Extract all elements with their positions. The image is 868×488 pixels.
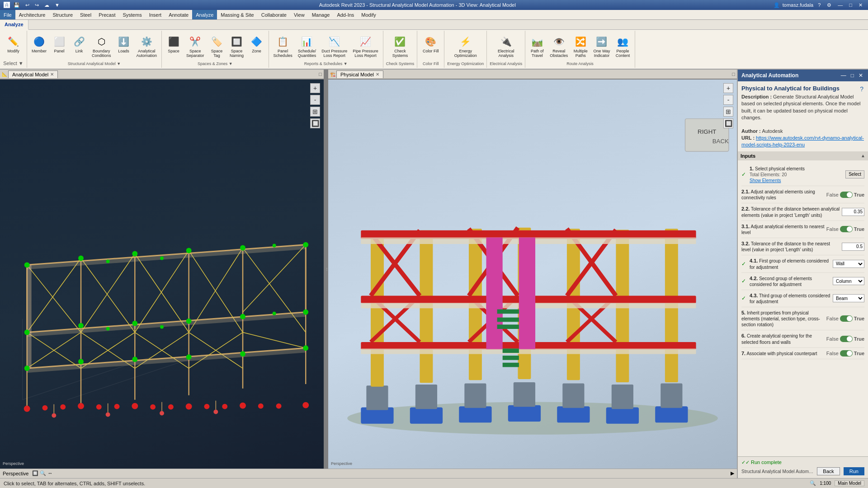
tab-physical-model[interactable]: Physical Model ✕ xyxy=(336,70,383,78)
btn-link[interactable]: 🔗 Link xyxy=(70,33,88,54)
input-tolerance-3-2[interactable] xyxy=(842,243,864,251)
right-3d[interactable]: 🔲 xyxy=(723,118,733,128)
vp-arrow-expand[interactable]: ▶ xyxy=(731,470,734,476)
btn-member[interactable]: 🔵 Member xyxy=(30,33,48,54)
qat-undo[interactable]: ↩ xyxy=(24,2,31,8)
qat-more[interactable]: ▼ xyxy=(53,2,61,8)
menu-modify[interactable]: Modify xyxy=(358,10,379,19)
vp-tool-1[interactable]: 🔲 xyxy=(32,470,38,476)
tab-analyze[interactable]: Analyze xyxy=(0,20,28,30)
btn-people[interactable]: 👥 PeopleContent xyxy=(614,33,632,59)
menu-addins[interactable]: Add-Ins xyxy=(333,10,358,19)
btn-check-systems[interactable]: ✅ CheckSystems xyxy=(391,33,410,59)
menu-view[interactable]: View xyxy=(290,10,308,19)
btn-space[interactable]: ⬛ Space xyxy=(165,33,183,54)
toggle-2-1[interactable]: False True xyxy=(826,192,864,198)
url-link[interactable]: https://www.autodesk.com/rvt-dynamo-anal… xyxy=(741,135,864,147)
left-zoom-fit[interactable]: ⊞ xyxy=(310,107,320,117)
panel-minimize-btn[interactable]: — xyxy=(840,72,848,79)
btn-modify[interactable]: ✏️ Modify xyxy=(5,33,23,54)
select-group-4-2[interactable]: Column Wall Beam xyxy=(833,277,864,285)
toggle-track-2-1[interactable] xyxy=(840,192,853,198)
right-zoom-out[interactable]: - xyxy=(723,95,733,105)
analytical-model-viewport[interactable] xyxy=(0,80,324,469)
toggle-6[interactable]: False True xyxy=(826,336,864,342)
physical-model-viewport[interactable]: RIGHT BACK xyxy=(328,80,737,469)
toggle-track-7[interactable] xyxy=(840,350,853,357)
select-dropdown-btn[interactable]: Select ▼ xyxy=(3,61,24,66)
inputs-section-header[interactable]: Inputs ▲ xyxy=(738,151,868,160)
inputs-collapse-icon[interactable]: ▲ xyxy=(861,153,865,158)
btn-space-naming[interactable]: 🔲 SpaceNaming xyxy=(228,33,246,59)
btn-reveal-obstacles[interactable]: 👁️ RevealObstacles xyxy=(548,33,570,59)
btn-space-tag[interactable]: 🏷️ SpaceTag xyxy=(208,33,226,59)
show-elements-btn[interactable]: Show Elements xyxy=(750,178,781,183)
menu-collaborate[interactable]: Collaborate xyxy=(258,10,290,19)
menu-manage[interactable]: Manage xyxy=(308,10,334,19)
group-label-reports[interactable]: Reports & Schedules ▼ xyxy=(304,61,348,67)
btn-multiple-paths[interactable]: 🔀 MultiplePaths xyxy=(571,33,590,59)
qat-sync[interactable]: ☁ xyxy=(42,2,51,8)
input-tolerance-2-2[interactable] xyxy=(842,208,864,216)
panel-close-btn[interactable]: ✕ xyxy=(857,72,864,79)
close-btn[interactable]: ✕ xyxy=(857,2,864,8)
btn-panel-schedules[interactable]: 📋 PanelSchedules xyxy=(272,33,294,59)
menu-annotate[interactable]: Annotate xyxy=(165,10,192,19)
toggle-3-1[interactable]: False True xyxy=(826,226,864,232)
menu-structure[interactable]: Structure xyxy=(49,10,76,19)
menu-massing[interactable]: Massing & Site xyxy=(217,10,257,19)
right-zoom-fit[interactable]: ⊞ xyxy=(723,107,733,117)
toggle-5[interactable]: False True xyxy=(826,315,864,322)
analytical-model-tab-close[interactable]: ✕ xyxy=(50,72,54,77)
toggle-track-3-1[interactable] xyxy=(840,226,853,232)
left-3d[interactable]: 🔲 xyxy=(310,118,320,128)
menu-analyze[interactable]: Analyze xyxy=(192,10,217,19)
help-icon[interactable]: ? xyxy=(860,85,863,93)
physical-model-tab-close[interactable]: ✕ xyxy=(376,72,379,77)
btn-color-fill[interactable]: 🎨 Color Fill xyxy=(421,33,441,54)
help-btn[interactable]: ? xyxy=(816,2,822,8)
menu-systems[interactable]: Systems xyxy=(119,10,145,19)
settings-btn[interactable]: ⚙ xyxy=(825,2,833,8)
select-group-4-1[interactable]: Wall Column Beam xyxy=(833,260,864,268)
left-view-max-btn[interactable]: □ xyxy=(319,71,322,77)
perspective-toggle-left[interactable]: Perspective xyxy=(3,471,28,476)
tab-analytical-model[interactable]: Analytical Model ✕ xyxy=(8,70,58,78)
panel-maximize-btn[interactable]: □ xyxy=(849,72,855,79)
group-label-structural[interactable]: Structural Analytical Model ▼ xyxy=(68,61,121,67)
btn-zone[interactable]: 🔷 Zone xyxy=(248,33,266,54)
menu-file[interactable]: File xyxy=(0,10,15,19)
right-view-max-btn[interactable]: □ xyxy=(732,71,735,77)
toggle-track-6[interactable] xyxy=(840,336,853,342)
btn-panel[interactable]: ⬜ Panel xyxy=(50,33,68,54)
group-label-spaces[interactable]: Spaces & Zones ▼ xyxy=(198,61,232,67)
btn-one-way[interactable]: ➡️ One WayIndicator xyxy=(591,33,612,59)
vp-tool-3[interactable]: ↔ xyxy=(47,470,52,476)
maximize-btn[interactable]: □ xyxy=(847,2,854,8)
btn-duct-pressure[interactable]: 📉 Duct PressureLoss Report xyxy=(320,33,349,59)
left-zoom-in[interactable]: + xyxy=(310,83,320,93)
btn-space-separator[interactable]: ✂️ SpaceSeparator xyxy=(184,33,206,59)
btn-energy[interactable]: ⚡ EnergyOptimization xyxy=(453,33,479,59)
btn-pipe-pressure[interactable]: 📈 Pipe PressureLoss Report xyxy=(351,33,380,59)
select-group-4-3[interactable]: Beam Wall Column xyxy=(833,294,864,302)
btn-electrical[interactable]: 🔌 ElectricalAnalysis xyxy=(496,33,516,59)
menu-insert[interactable]: Insert xyxy=(146,10,165,19)
select-btn[interactable]: Select xyxy=(845,170,864,178)
vp-tool-2[interactable]: 🔍 xyxy=(40,470,46,476)
qat-save[interactable]: 💾 xyxy=(12,2,22,8)
minimize-btn[interactable]: — xyxy=(836,2,844,8)
left-zoom-out[interactable]: - xyxy=(310,95,320,105)
menu-precast[interactable]: Precast xyxy=(95,10,119,19)
right-zoom-in[interactable]: + xyxy=(723,83,733,93)
btn-schedule-quantities[interactable]: 📊 Schedule/Quantities xyxy=(296,33,318,59)
btn-boundary[interactable]: ⬡ BoundaryConditions xyxy=(90,33,113,59)
back-btn[interactable]: Back xyxy=(817,467,840,475)
menu-architecture[interactable]: Architecture xyxy=(15,10,49,19)
btn-path-travel[interactable]: 🛤️ Path ofTravel xyxy=(528,33,546,59)
toggle-track-5[interactable] xyxy=(840,315,853,322)
btn-analytical-automation[interactable]: ⚙️ AnalyticalAutomation xyxy=(135,33,159,59)
menu-steel[interactable]: Steel xyxy=(76,10,95,19)
toggle-7[interactable]: False True xyxy=(826,350,864,357)
btn-loads[interactable]: ⬇️ Loads xyxy=(115,33,133,54)
